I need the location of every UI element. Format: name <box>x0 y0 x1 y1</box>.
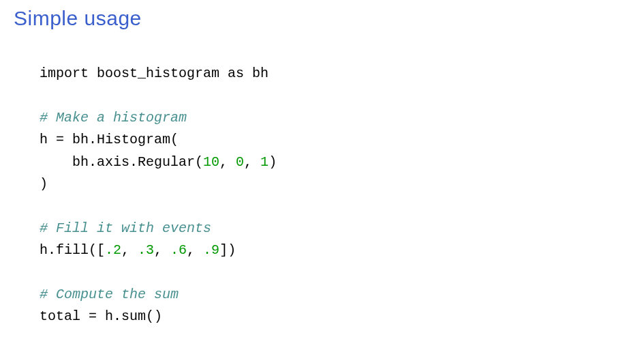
code-comment-3: # Compute the sum <box>40 287 179 302</box>
code-val-4: .9 <box>203 242 219 258</box>
code-num-10: 10 <box>203 154 219 170</box>
code-line-axis-b: ) <box>269 154 277 170</box>
code-val-1: .2 <box>105 242 121 258</box>
code-block: import boost_histogram as bh # Make a hi… <box>14 63 630 328</box>
code-num-0: 0 <box>236 154 244 170</box>
code-line-close: ) <box>40 176 48 192</box>
code-line-hist-open: h = bh.Histogram( <box>40 132 179 147</box>
code-line-fill-b: ]) <box>219 242 236 258</box>
code-line-axis-a: bh.axis.Regular( <box>40 154 203 170</box>
slide-title: Simple usage <box>14 7 630 30</box>
code-line-fill-a: h.fill([ <box>40 242 105 258</box>
code-sep-3: , <box>121 242 138 258</box>
code-sep-1: , <box>219 154 236 170</box>
code-sep-5: , <box>187 242 203 258</box>
code-line-import: import boost_histogram as bh <box>40 66 269 81</box>
code-line-total: total = h.sum() <box>40 308 162 324</box>
code-comment-2: # Fill it with events <box>40 220 211 236</box>
code-val-3: .6 <box>170 242 187 258</box>
code-sep-2: , <box>244 154 260 170</box>
code-sep-4: , <box>154 242 170 258</box>
code-num-1: 1 <box>260 154 269 170</box>
code-val-2: .3 <box>138 242 154 258</box>
code-comment-1: # Make a histogram <box>40 110 187 126</box>
